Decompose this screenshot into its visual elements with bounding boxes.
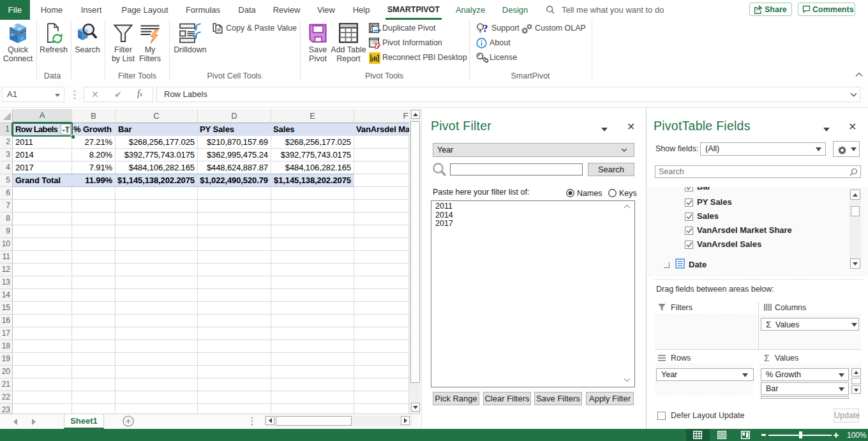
svg-text:?: ? [483, 23, 488, 34]
